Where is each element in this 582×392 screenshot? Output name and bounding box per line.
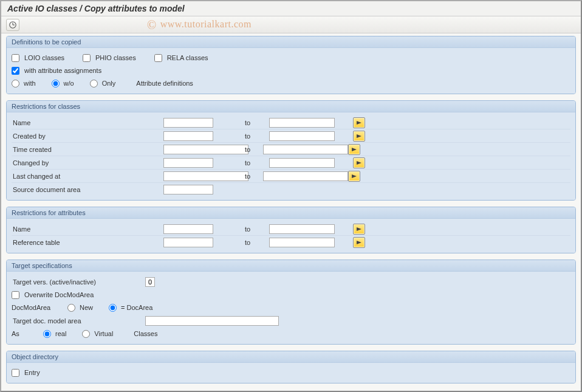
input-lastchanged-to[interactable] — [263, 171, 348, 181]
label-target-vers: Target vers. (active/inactive) — [12, 278, 145, 286]
input-timecreated-to[interactable] — [263, 145, 348, 154]
input-lastchanged-from[interactable] — [163, 171, 248, 181]
label-to: to — [242, 146, 263, 153]
radio-with-label: with — [24, 80, 36, 87]
label-reftable: Reference table — [12, 239, 163, 246]
label-to: to — [242, 132, 269, 140]
radio-wo-input[interactable] — [52, 80, 60, 88]
multiselect-button-attr-name[interactable] — [353, 224, 365, 235]
panel-definitions-title: Definitions to be copied — [7, 36, 575, 48]
label-name: Name — [12, 119, 163, 126]
label-to: to — [242, 239, 269, 246]
checkbox-with-attr-label: with attribute assignments — [24, 67, 101, 74]
radio-only[interactable]: Only — [90, 80, 116, 88]
radio-docarea-input[interactable] — [109, 304, 117, 312]
radio-new-input[interactable] — [67, 304, 75, 312]
input-reftable-from[interactable] — [163, 238, 213, 247]
panel-object-directory-title: Object directory — [7, 351, 575, 363]
multiselect-button-name[interactable] — [353, 117, 365, 128]
label-attr-name: Name — [12, 225, 163, 233]
panel-restrictions-attributes: Restrictions for attributes Name to Refe… — [6, 207, 576, 253]
panel-definitions: Definitions to be copied LOIO classes PH… — [6, 36, 576, 94]
checkbox-loio[interactable]: LOIO classes — [12, 54, 64, 62]
page-title: Active IO classes / Copy attributes to m… — [1, 1, 581, 16]
input-target-area[interactable] — [145, 316, 279, 326]
checkbox-overwrite-input[interactable] — [12, 291, 19, 299]
label-srcdoc: Source document area — [12, 186, 163, 193]
panel-target-title: Target specifications — [7, 260, 575, 272]
checkbox-rela[interactable]: RELA classes — [154, 54, 208, 62]
attr-def-label: Attribute definitions — [136, 80, 193, 87]
checkbox-with-attr[interactable]: with attribute assignments — [12, 67, 101, 75]
input-srcdoc[interactable] — [163, 185, 213, 194]
panel-object-directory: Object directory Entry — [6, 351, 576, 383]
multiselect-button-createdby[interactable] — [353, 131, 365, 142]
checkbox-phio-label: PHIO classes — [95, 54, 136, 61]
input-createdby-from[interactable] — [163, 131, 213, 141]
radio-real[interactable]: real — [43, 330, 66, 338]
label-timecreated: Time created — [12, 146, 163, 153]
checkbox-rela-input[interactable] — [154, 54, 162, 62]
radio-only-label: Only — [102, 80, 116, 87]
radio-real-input[interactable] — [43, 330, 51, 338]
radio-with-input[interactable] — [12, 80, 19, 88]
window: Active IO classes / Copy attributes to m… — [0, 0, 582, 392]
radio-new-label: New — [80, 304, 93, 311]
radio-with[interactable]: with — [12, 80, 36, 88]
panel-restrictions-classes-title: Restrictions for classes — [7, 101, 575, 112]
label-changedby: Changed by — [12, 159, 163, 167]
radio-new[interactable]: New — [67, 304, 93, 312]
input-target-vers[interactable] — [145, 277, 155, 287]
input-changedby-from[interactable] — [163, 158, 213, 168]
label-as: As — [12, 330, 36, 337]
panel-restrictions-attributes-title: Restrictions for attributes — [7, 207, 575, 219]
radio-wo-label: w/o — [64, 80, 74, 87]
input-name-from[interactable] — [163, 118, 213, 128]
label-lastchanged: Last changed at — [12, 173, 163, 180]
label-to: to — [242, 159, 269, 167]
multiselect-button-reftable[interactable] — [353, 237, 365, 248]
input-timecreated-from[interactable] — [163, 145, 248, 154]
checkbox-entry[interactable]: Entry — [12, 369, 40, 377]
radio-virtual-label: Virtual — [94, 330, 113, 337]
multiselect-button-changedby[interactable] — [353, 157, 365, 168]
radio-docarea[interactable]: = DocArea — [109, 304, 152, 312]
checkbox-with-attr-input[interactable] — [12, 67, 19, 75]
checkbox-loio-input[interactable] — [12, 54, 19, 62]
label-createdby: Created by — [12, 132, 163, 140]
label-to: to — [242, 119, 269, 126]
checkbox-overwrite-label: Overwrite DocModArea — [24, 291, 94, 298]
panel-target: Target specifications Target vers. (acti… — [6, 260, 576, 345]
label-target-area: Target doc. model area — [12, 317, 145, 325]
input-attr-name-to[interactable] — [269, 224, 335, 234]
input-changedby-to[interactable] — [269, 158, 335, 168]
radio-docarea-label: = DocArea — [121, 304, 152, 311]
input-name-to[interactable] — [269, 118, 335, 128]
radio-only-input[interactable] — [90, 80, 98, 88]
panel-restrictions-classes: Restrictions for classes Name to Created… — [6, 100, 576, 201]
multiselect-button-timecreated[interactable] — [348, 144, 360, 155]
checkbox-phio-input[interactable] — [83, 54, 91, 62]
checkbox-entry-input[interactable] — [12, 369, 19, 377]
checkbox-overwrite[interactable]: Overwrite DocModArea — [12, 291, 94, 299]
input-createdby-to[interactable] — [269, 131, 335, 141]
radio-wo[interactable]: w/o — [52, 80, 74, 88]
checkbox-entry-label: Entry — [24, 369, 40, 376]
input-reftable-to[interactable] — [269, 238, 335, 247]
input-attr-name-from[interactable] — [163, 224, 213, 234]
checkbox-rela-label: RELA classes — [167, 54, 208, 61]
label-classes: Classes — [134, 330, 157, 337]
checkbox-loio-label: LOIO classes — [24, 54, 64, 61]
radio-real-label: real — [55, 330, 66, 337]
radio-virtual-input[interactable] — [82, 330, 90, 338]
label-to: to — [242, 225, 269, 233]
radio-virtual[interactable]: Virtual — [82, 330, 113, 338]
content: Definitions to be copied LOIO classes PH… — [1, 33, 581, 392]
watermark: ©www.tutorialkart.com — [147, 18, 252, 32]
multiselect-button-lastchanged[interactable] — [348, 171, 360, 182]
execute-button[interactable] — [6, 19, 19, 31]
checkbox-phio[interactable]: PHIO classes — [83, 54, 136, 62]
label-docmodarea: DocModArea — [12, 304, 60, 311]
toolbar — [1, 16, 581, 33]
label-to: to — [242, 173, 263, 180]
